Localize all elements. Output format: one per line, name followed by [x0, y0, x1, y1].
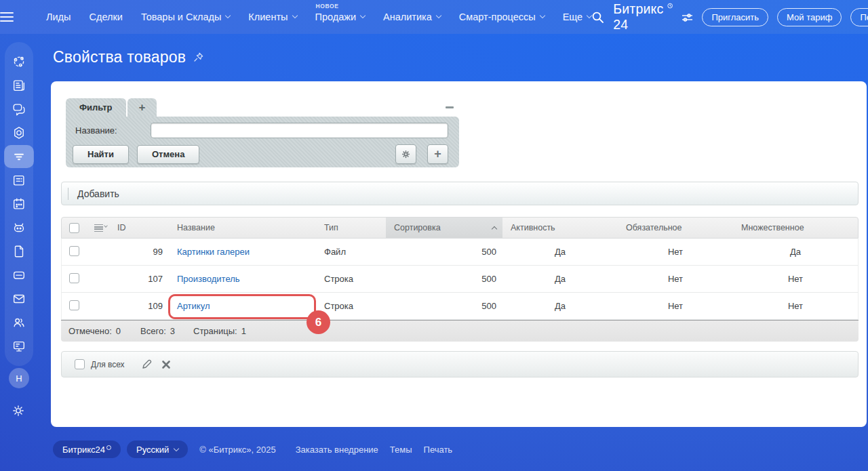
topmenu-products[interactable]: Товары и Склады [141, 12, 230, 22]
filter-panel: Фильтр + Название: Найти Отмена [66, 98, 459, 167]
delete-x-icon[interactable] [161, 360, 171, 369]
row-checkbox[interactable] [69, 300, 79, 310]
footer-brand-button[interactable]: Битрикс24 [53, 441, 121, 458]
share-network-icon [12, 54, 26, 69]
sidebar-item-share[interactable] [4, 50, 34, 73]
collapse-filter-icon[interactable] [446, 106, 454, 108]
column-header-name[interactable]: Название [169, 218, 316, 238]
clock-icon [667, 2, 673, 9]
gear-icon [401, 149, 411, 159]
sidebar-item-drive[interactable] [4, 264, 34, 287]
table-settings-cell [89, 218, 109, 238]
cancel-button[interactable]: Отмена [137, 145, 199, 164]
sidebar-item-hr[interactable] [4, 311, 34, 334]
topmenu-more[interactable]: Еще [563, 12, 592, 22]
hexagon-icon [12, 125, 26, 140]
pages-label: Страницы: [193, 326, 237, 336]
pages-value: 1 [241, 326, 246, 336]
presentation-board-icon [12, 339, 26, 354]
tasks-planner-icon [12, 173, 26, 188]
main-content: Свойства товаров Фильтр + Название: Най [38, 34, 868, 471]
topbar-right: Битрикс 24 Пригласить Мой тариф Помощь [591, 1, 868, 33]
sidebar-item-documents[interactable] [4, 240, 34, 263]
add-button[interactable]: Добавить [61, 182, 859, 205]
select-all-checkbox[interactable] [69, 223, 79, 233]
chevron-down-icon [436, 13, 441, 18]
filter-body: Название: Найти Отмена + [66, 117, 459, 167]
main-menu-icon[interactable] [0, 12, 14, 22]
select-all-cell [62, 218, 89, 238]
column-header-type[interactable]: Тип [316, 218, 386, 238]
bulk-actions-bar: Для всех [61, 351, 859, 377]
column-header-required[interactable]: Обязательное [618, 218, 733, 238]
edit-pencil-icon[interactable] [141, 359, 153, 370]
copyright: © «Битрикс», 2025 [199, 445, 275, 455]
annotation-highlight [168, 294, 316, 319]
bitrix24-app: Лиды Сделки Товары и Склады Клиенты НОВО… [0, 0, 868, 471]
sidebar-item-crm[interactable] [4, 145, 34, 168]
filter-tabs: Фильтр + [66, 98, 459, 117]
properties-table: ID Название Тип Сортировка Активность Об… [61, 217, 859, 342]
chevron-down-icon [104, 224, 108, 228]
footer-link-implementation[interactable]: Заказать внедрение [296, 445, 378, 455]
column-header-id[interactable]: ID [109, 218, 169, 238]
sidebar-rail [5, 42, 33, 366]
topmenu-deals[interactable]: Сделки [90, 12, 123, 22]
pin-icon[interactable] [193, 52, 204, 63]
column-header-active[interactable]: Активность [502, 218, 618, 238]
row-checkbox[interactable] [69, 273, 79, 283]
for-all-checkbox[interactable] [75, 359, 85, 369]
avatar[interactable]: Н [9, 368, 29, 388]
footer-link-themes[interactable]: Темы [390, 445, 412, 455]
topmenu-analytics[interactable]: Аналитика [383, 12, 441, 22]
chevron-down-icon [539, 13, 545, 18]
topmenu-leads[interactable]: Лиды [46, 12, 71, 22]
page-footer: Битрикс24 Русский © «Битрикс», 2025 Зака… [53, 439, 868, 459]
footer-link-print[interactable]: Печать [424, 445, 453, 455]
my-plan-button[interactable]: Мой тариф [777, 8, 842, 26]
find-button[interactable]: Найти [73, 145, 129, 164]
property-link[interactable]: Производитель [177, 274, 240, 284]
page-title: Свойства товаров [53, 48, 204, 66]
filter-name-input[interactable] [151, 123, 448, 138]
sidebar-item-calendar[interactable] [4, 192, 34, 216]
left-sidebar: Н [0, 34, 38, 471]
invite-button[interactable]: Пригласить [702, 8, 768, 26]
mail-icon [12, 291, 26, 306]
sidebar-item-mail[interactable] [4, 287, 34, 310]
chevron-down-icon [225, 13, 231, 18]
sidebar-item-chats[interactable] [4, 98, 34, 121]
help-button[interactable]: Помощь [850, 8, 868, 26]
sidebar-item-tasks[interactable] [4, 169, 34, 192]
table-settings-icon[interactable] [94, 224, 103, 232]
settings-gear-icon[interactable] [11, 403, 26, 421]
bitrix24-logo[interactable]: Битрикс 24 [613, 1, 673, 33]
tab-filter[interactable]: Фильтр [66, 98, 126, 117]
sidebar-item-marketing[interactable] [4, 335, 34, 358]
checked-label: Отмечено: [68, 326, 112, 336]
row-checkbox[interactable] [69, 246, 79, 256]
clock-icon [106, 445, 111, 450]
sidebar-item-sites[interactable] [4, 121, 34, 144]
topmenu-sales[interactable]: НОВОЕПродажи [315, 12, 366, 22]
add-field-button[interactable]: + [427, 144, 448, 164]
chevron-down-icon [174, 446, 179, 451]
calendar-icon [12, 197, 26, 211]
drive-icon [12, 268, 26, 283]
column-header-multiple[interactable]: Множественное [733, 218, 858, 238]
add-filter-tab-button[interactable]: + [127, 98, 157, 117]
filter-name-label: Название: [73, 125, 151, 136]
search-icon[interactable] [591, 11, 604, 24]
sidebar-item-copilot[interactable] [4, 216, 34, 239]
sliders-icon[interactable] [682, 12, 693, 22]
document-icon [12, 244, 26, 259]
people-icon [12, 315, 26, 330]
language-selector[interactable]: Русский [127, 441, 188, 458]
property-link[interactable]: Картинки галереи [177, 247, 250, 257]
filter-settings-button[interactable] [395, 144, 416, 164]
topmenu-clients[interactable]: Клиенты [248, 12, 296, 22]
chevron-down-icon [292, 13, 297, 18]
column-header-sort[interactable]: Сортировка [386, 218, 502, 238]
topmenu-smart-processes[interactable]: Смарт-процессы [459, 12, 545, 22]
sidebar-item-feed[interactable] [4, 74, 34, 97]
